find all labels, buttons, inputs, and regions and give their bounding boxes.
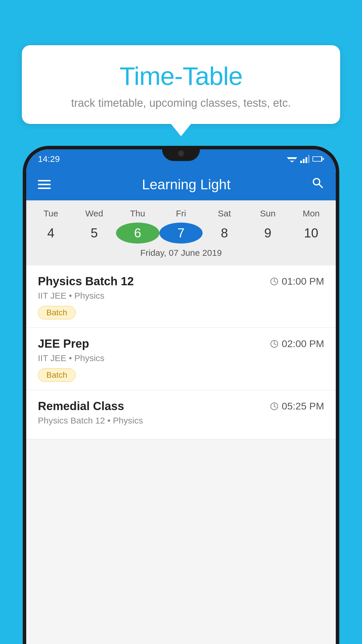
svg-rect-10	[323, 158, 324, 160]
signal-icon	[300, 155, 310, 163]
day-header-fri: Fri	[159, 206, 203, 221]
bubble-subtitle: track timetable, upcoming classes, tests…	[39, 97, 323, 109]
svg-marker-3	[291, 162, 293, 163]
phone-notch	[162, 146, 200, 161]
day-8-wrapper[interactable]: 8	[203, 222, 246, 244]
status-time: 14:29	[38, 154, 60, 164]
class-item-1[interactable]: Physics Batch 12 01:00 PM IIT JEE • Phys…	[26, 265, 336, 328]
day-6-wrapper[interactable]: 6	[116, 222, 159, 244]
app-title: Learning Light	[61, 176, 311, 192]
app-bar: Learning Light	[26, 168, 336, 200]
class-item-2[interactable]: JEE Prep 02:00 PM IIT JEE • Physics Batc…	[26, 328, 336, 390]
svg-rect-6	[305, 157, 307, 163]
svg-line-21	[274, 406, 276, 407]
svg-rect-5	[303, 159, 305, 163]
class-item-3[interactable]: Remedial Class 05:25 PM Physics Batch 12…	[26, 390, 336, 439]
class-item-1-header: Physics Batch 12 01:00 PM	[38, 275, 324, 288]
batch-badge-2: Batch	[38, 368, 76, 382]
svg-rect-4	[300, 161, 302, 163]
svg-rect-9	[313, 157, 321, 161]
class-time-1: 01:00 PM	[270, 276, 324, 287]
search-icon[interactable]	[311, 176, 324, 192]
status-icons	[287, 155, 324, 163]
class-name-1: Physics Batch 12	[38, 275, 134, 288]
class-name-2: JEE Prep	[38, 337, 89, 350]
day-header-thu: Thu	[116, 206, 159, 221]
class-meta-2: IIT JEE • Physics	[38, 353, 324, 363]
day-header-wed: Wed	[73, 206, 116, 221]
class-meta-1: IIT JEE • Physics	[38, 291, 324, 301]
svg-rect-7	[308, 155, 310, 163]
class-time-3: 05:25 PM	[270, 400, 324, 412]
class-list: Physics Batch 12 01:00 PM IIT JEE • Phys…	[26, 265, 336, 439]
clock-icon-2	[270, 340, 279, 348]
day-header-mon: Mon	[289, 206, 333, 221]
svg-line-18	[274, 344, 276, 345]
day-9[interactable]: 9	[246, 222, 289, 244]
phone-screen: 14:29	[26, 149, 336, 644]
day-9-wrapper[interactable]: 9	[246, 222, 289, 244]
bubble-title: Time-Table	[39, 61, 323, 91]
day-10[interactable]: 10	[289, 222, 333, 244]
batch-badge-1: Batch	[38, 306, 76, 319]
day-6-today[interactable]: 6	[116, 223, 159, 244]
clock-icon-1	[270, 277, 279, 286]
selected-date-label: Friday, 07 June 2019	[26, 244, 336, 262]
calendar-strip: Tue Wed Thu Fri Sat Sun Mon 4 5 6 7	[26, 200, 336, 265]
day-4[interactable]: 4	[29, 222, 73, 244]
svg-line-15	[274, 281, 276, 282]
day-10-wrapper[interactable]: 10	[289, 222, 333, 244]
menu-icon[interactable]	[38, 180, 51, 189]
svg-line-12	[319, 184, 322, 188]
speech-bubble: Time-Table track timetable, upcoming cla…	[22, 45, 340, 124]
class-name-3: Remedial Class	[38, 400, 124, 413]
day-header-sun: Sun	[246, 206, 289, 221]
clock-icon-3	[270, 402, 279, 411]
wifi-icon	[287, 155, 297, 163]
class-meta-3: Physics Batch 12 • Physics	[38, 416, 324, 426]
day-headers: Tue Wed Thu Fri Sat Sun Mon	[26, 206, 336, 221]
class-time-2: 02:00 PM	[270, 338, 324, 349]
day-8[interactable]: 8	[203, 222, 246, 244]
phone-frame: 14:29	[23, 146, 339, 644]
day-numbers: 4 5 6 7 8 9 10	[26, 222, 336, 244]
battery-icon	[312, 156, 324, 162]
day-header-tue: Tue	[29, 206, 73, 221]
day-7-wrapper[interactable]: 7	[159, 222, 203, 244]
day-header-sat: Sat	[203, 206, 246, 221]
day-5-wrapper[interactable]: 5	[73, 222, 116, 244]
day-5[interactable]: 5	[73, 222, 116, 244]
class-item-3-header: Remedial Class 05:25 PM	[38, 400, 324, 413]
day-4-wrapper[interactable]: 4	[29, 222, 73, 244]
class-item-2-header: JEE Prep 02:00 PM	[38, 337, 324, 350]
day-7-selected[interactable]: 7	[159, 223, 203, 244]
camera	[178, 150, 184, 157]
